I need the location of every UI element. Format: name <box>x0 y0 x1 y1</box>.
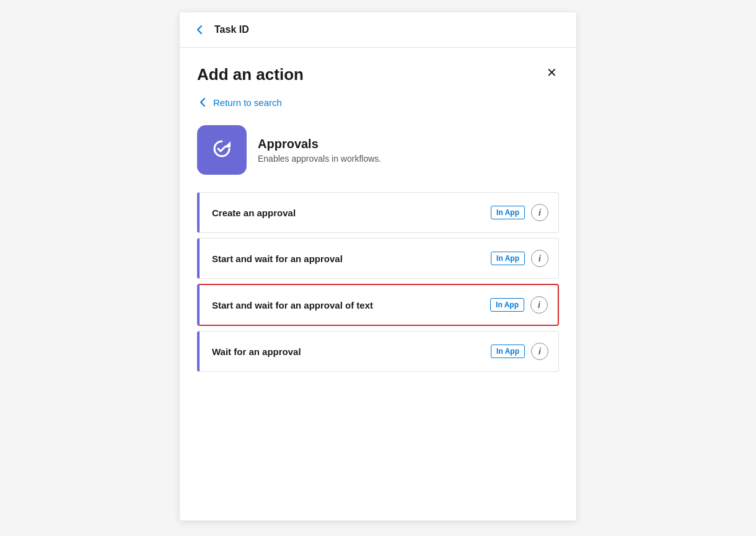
in-app-badge-3: In App <box>491 345 525 358</box>
in-app-badge-2: In App <box>490 298 524 312</box>
in-app-badge-0: In App <box>491 206 525 219</box>
return-arrow-icon <box>197 97 208 108</box>
return-to-search-label: Return to search <box>213 97 282 108</box>
info-button-0[interactable]: i <box>531 204 548 221</box>
action-right-start-wait-text: In App i <box>490 296 548 314</box>
action-label-start-wait-text: Start and wait for an approval of text <box>212 300 373 310</box>
approvals-icon <box>207 135 237 165</box>
connector-description: Enables approvals in workflows. <box>258 154 381 164</box>
main-panel: Task ID ✕ Add an action Return to search <box>180 12 576 521</box>
info-button-1[interactable]: i <box>531 250 548 267</box>
action-item-create-approval[interactable]: Create an approval In App i <box>197 192 559 233</box>
in-app-badge-1: In App <box>491 252 525 265</box>
panel-title: Task ID <box>214 24 249 35</box>
add-action-title: Add an action <box>197 65 559 84</box>
action-item-wait[interactable]: Wait for an approval In App i <box>197 331 559 372</box>
panel-header: Task ID <box>180 12 576 48</box>
actions-list: Create an approval In App i Start and wa… <box>197 192 559 377</box>
return-to-search-link[interactable]: Return to search <box>197 97 282 108</box>
action-item-start-wait[interactable]: Start and wait for an approval In App i <box>197 238 559 279</box>
close-button[interactable]: ✕ <box>542 63 561 82</box>
action-right-create-approval: In App i <box>491 204 548 221</box>
info-button-2[interactable]: i <box>530 296 548 314</box>
action-right-wait: In App i <box>491 343 548 360</box>
back-button[interactable] <box>192 22 207 37</box>
action-label-create-approval: Create an approval <box>212 208 296 218</box>
action-item-start-wait-text[interactable]: Start and wait for an approval of text I… <box>197 284 559 326</box>
connector-icon <box>197 125 247 175</box>
action-label-wait: Wait for an approval <box>212 346 301 357</box>
connector-info: Approvals Enables approvals in workflows… <box>197 125 559 175</box>
panel-body: ✕ Add an action Return to search <box>180 48 576 394</box>
info-button-3[interactable]: i <box>531 343 548 360</box>
connector-name: Approvals <box>258 137 381 151</box>
connector-text: Approvals Enables approvals in workflows… <box>258 137 381 164</box>
action-label-start-wait: Start and wait for an approval <box>212 253 343 264</box>
action-right-start-wait: In App i <box>491 250 548 267</box>
